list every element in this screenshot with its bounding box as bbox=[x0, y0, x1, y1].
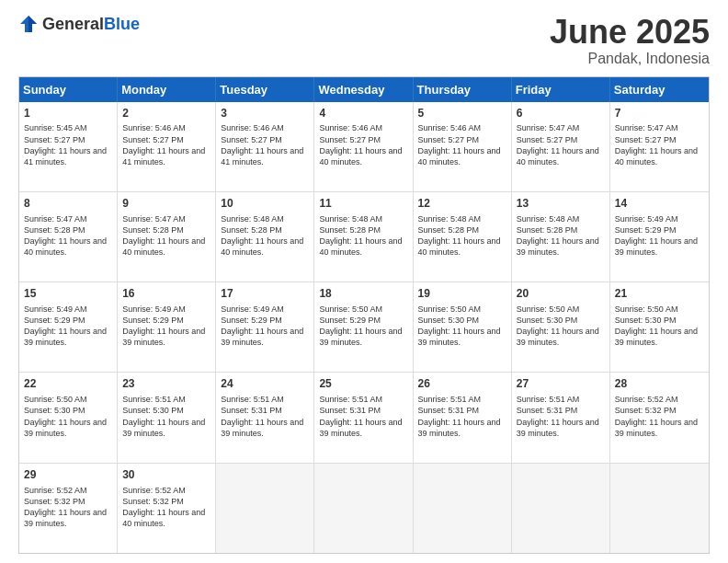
cell-info: Sunrise: 5:47 AM Sunset: 5:27 PM Dayligh… bbox=[517, 122, 605, 167]
calendar-cell: 2Sunrise: 5:46 AM Sunset: 5:27 PM Daylig… bbox=[118, 102, 216, 191]
day-number: 12 bbox=[418, 196, 506, 212]
day-number: 5 bbox=[418, 106, 506, 121]
calendar-cell: 24Sunrise: 5:51 AM Sunset: 5:31 PM Dayli… bbox=[216, 373, 314, 462]
calendar-cell: 28Sunrise: 5:52 AM Sunset: 5:32 PM Dayli… bbox=[610, 373, 709, 462]
calendar-cell: 3Sunrise: 5:46 AM Sunset: 5:27 PM Daylig… bbox=[216, 102, 314, 191]
calendar-body: 1Sunrise: 5:45 AM Sunset: 5:27 PM Daylig… bbox=[19, 102, 709, 553]
cell-info: Sunrise: 5:51 AM Sunset: 5:31 PM Dayligh… bbox=[221, 394, 309, 439]
calendar-cell: 11Sunrise: 5:48 AM Sunset: 5:28 PM Dayli… bbox=[314, 192, 413, 282]
calendar-header: SundayMondayTuesdayWednesdayThursdayFrid… bbox=[19, 77, 709, 102]
cell-info: Sunrise: 5:46 AM Sunset: 5:27 PM Dayligh… bbox=[319, 122, 407, 167]
day-number: 23 bbox=[122, 376, 210, 392]
calendar-cell: 23Sunrise: 5:51 AM Sunset: 5:30 PM Dayli… bbox=[118, 373, 216, 462]
calendar-cell: 27Sunrise: 5:51 AM Sunset: 5:31 PM Dayli… bbox=[512, 373, 610, 462]
header-day-monday: Monday bbox=[118, 77, 216, 102]
cell-info: Sunrise: 5:48 AM Sunset: 5:28 PM Dayligh… bbox=[418, 213, 506, 259]
day-number: 3 bbox=[221, 106, 309, 121]
day-number: 26 bbox=[418, 376, 506, 392]
cell-info: Sunrise: 5:46 AM Sunset: 5:27 PM Dayligh… bbox=[122, 122, 210, 167]
calendar-row-4: 22Sunrise: 5:50 AM Sunset: 5:30 PM Dayli… bbox=[19, 372, 709, 462]
day-number: 28 bbox=[615, 376, 704, 392]
day-number: 14 bbox=[615, 196, 704, 212]
cell-info: Sunrise: 5:49 AM Sunset: 5:29 PM Dayligh… bbox=[221, 304, 309, 349]
day-number: 2 bbox=[122, 106, 210, 121]
calendar-cell: 4Sunrise: 5:46 AM Sunset: 5:27 PM Daylig… bbox=[314, 102, 413, 191]
day-number: 7 bbox=[615, 106, 704, 121]
page: GeneralBlue June 2025 Pandak, Indonesia … bbox=[0, 0, 728, 563]
calendar-cell: 21Sunrise: 5:50 AM Sunset: 5:30 PM Dayli… bbox=[610, 282, 709, 372]
cell-info: Sunrise: 5:52 AM Sunset: 5:32 PM Dayligh… bbox=[122, 485, 210, 530]
title-area: June 2025 Pandak, Indonesia bbox=[550, 14, 710, 67]
day-number: 4 bbox=[319, 106, 407, 121]
header-day-tuesday: Tuesday bbox=[216, 77, 314, 102]
calendar-cell bbox=[314, 464, 413, 553]
calendar-cell: 26Sunrise: 5:51 AM Sunset: 5:31 PM Dayli… bbox=[414, 373, 512, 462]
calendar-cell: 20Sunrise: 5:50 AM Sunset: 5:30 PM Dayli… bbox=[512, 282, 610, 372]
cell-info: Sunrise: 5:51 AM Sunset: 5:31 PM Dayligh… bbox=[418, 394, 506, 439]
calendar-cell: 13Sunrise: 5:48 AM Sunset: 5:28 PM Dayli… bbox=[512, 192, 610, 282]
cell-info: Sunrise: 5:50 AM Sunset: 5:30 PM Dayligh… bbox=[24, 394, 112, 439]
cell-info: Sunrise: 5:50 AM Sunset: 5:30 PM Dayligh… bbox=[615, 304, 704, 349]
cell-info: Sunrise: 5:46 AM Sunset: 5:27 PM Dayligh… bbox=[221, 122, 309, 167]
cell-info: Sunrise: 5:47 AM Sunset: 5:28 PM Dayligh… bbox=[24, 213, 112, 259]
calendar-row-1: 1Sunrise: 5:45 AM Sunset: 5:27 PM Daylig… bbox=[19, 102, 709, 191]
cell-info: Sunrise: 5:51 AM Sunset: 5:31 PM Dayligh… bbox=[319, 394, 407, 439]
calendar-cell: 12Sunrise: 5:48 AM Sunset: 5:28 PM Dayli… bbox=[414, 192, 512, 282]
cell-info: Sunrise: 5:50 AM Sunset: 5:30 PM Dayligh… bbox=[517, 304, 605, 349]
cell-info: Sunrise: 5:49 AM Sunset: 5:29 PM Dayligh… bbox=[24, 304, 112, 349]
calendar-cell: 8Sunrise: 5:47 AM Sunset: 5:28 PM Daylig… bbox=[19, 192, 118, 282]
calendar-cell: 29Sunrise: 5:52 AM Sunset: 5:32 PM Dayli… bbox=[19, 464, 118, 553]
cell-info: Sunrise: 5:48 AM Sunset: 5:28 PM Dayligh… bbox=[517, 213, 605, 259]
calendar-cell: 30Sunrise: 5:52 AM Sunset: 5:32 PM Dayli… bbox=[118, 464, 216, 553]
cell-info: Sunrise: 5:46 AM Sunset: 5:27 PM Dayligh… bbox=[418, 122, 506, 167]
header: GeneralBlue June 2025 Pandak, Indonesia bbox=[18, 14, 710, 67]
header-day-wednesday: Wednesday bbox=[314, 77, 413, 102]
calendar-cell: 15Sunrise: 5:49 AM Sunset: 5:29 PM Dayli… bbox=[19, 282, 118, 372]
day-number: 9 bbox=[122, 196, 210, 212]
calendar-cell: 19Sunrise: 5:50 AM Sunset: 5:30 PM Dayli… bbox=[414, 282, 512, 372]
calendar-cell: 9Sunrise: 5:47 AM Sunset: 5:28 PM Daylig… bbox=[118, 192, 216, 282]
day-number: 18 bbox=[319, 286, 407, 302]
calendar-cell: 22Sunrise: 5:50 AM Sunset: 5:30 PM Dayli… bbox=[19, 373, 118, 462]
cell-info: Sunrise: 5:48 AM Sunset: 5:28 PM Dayligh… bbox=[221, 213, 309, 259]
calendar-cell: 16Sunrise: 5:49 AM Sunset: 5:29 PM Dayli… bbox=[118, 282, 216, 372]
day-number: 22 bbox=[24, 376, 112, 392]
calendar-cell bbox=[512, 464, 610, 553]
cell-info: Sunrise: 5:51 AM Sunset: 5:30 PM Dayligh… bbox=[122, 394, 210, 439]
logo-icon bbox=[18, 14, 39, 34]
cell-info: Sunrise: 5:49 AM Sunset: 5:29 PM Dayligh… bbox=[615, 213, 704, 259]
day-number: 24 bbox=[221, 376, 309, 392]
cell-info: Sunrise: 5:49 AM Sunset: 5:29 PM Dayligh… bbox=[122, 304, 210, 349]
cell-info: Sunrise: 5:51 AM Sunset: 5:31 PM Dayligh… bbox=[517, 394, 605, 439]
cell-info: Sunrise: 5:50 AM Sunset: 5:29 PM Dayligh… bbox=[319, 304, 407, 349]
calendar-row-3: 15Sunrise: 5:49 AM Sunset: 5:29 PM Dayli… bbox=[19, 282, 709, 372]
day-number: 27 bbox=[517, 376, 605, 392]
day-number: 25 bbox=[319, 376, 407, 392]
calendar-cell: 7Sunrise: 5:47 AM Sunset: 5:27 PM Daylig… bbox=[610, 102, 709, 191]
logo-general: General bbox=[42, 15, 104, 33]
day-number: 8 bbox=[24, 196, 112, 212]
cell-info: Sunrise: 5:47 AM Sunset: 5:27 PM Dayligh… bbox=[615, 122, 704, 167]
cell-info: Sunrise: 5:52 AM Sunset: 5:32 PM Dayligh… bbox=[615, 394, 704, 439]
day-number: 19 bbox=[418, 286, 506, 302]
svg-marker-1 bbox=[28, 16, 37, 32]
calendar-row-5: 29Sunrise: 5:52 AM Sunset: 5:32 PM Dayli… bbox=[19, 463, 709, 553]
day-number: 15 bbox=[24, 286, 112, 302]
month-title: June 2025 bbox=[550, 14, 710, 51]
calendar-row-2: 8Sunrise: 5:47 AM Sunset: 5:28 PM Daylig… bbox=[19, 191, 709, 282]
calendar-cell: 14Sunrise: 5:49 AM Sunset: 5:29 PM Dayli… bbox=[610, 192, 709, 282]
logo-blue: Blue bbox=[104, 15, 140, 33]
header-day-thursday: Thursday bbox=[414, 77, 512, 102]
day-number: 29 bbox=[24, 467, 112, 483]
day-number: 11 bbox=[319, 196, 407, 212]
calendar-cell: 17Sunrise: 5:49 AM Sunset: 5:29 PM Dayli… bbox=[216, 282, 314, 372]
calendar: SundayMondayTuesdayWednesdayThursdayFrid… bbox=[18, 76, 710, 554]
cell-info: Sunrise: 5:50 AM Sunset: 5:30 PM Dayligh… bbox=[418, 304, 506, 349]
calendar-cell bbox=[216, 464, 314, 553]
day-number: 16 bbox=[122, 286, 210, 302]
day-number: 13 bbox=[517, 196, 605, 212]
header-day-friday: Friday bbox=[512, 77, 610, 102]
calendar-cell: 10Sunrise: 5:48 AM Sunset: 5:28 PM Dayli… bbox=[216, 192, 314, 282]
logo: GeneralBlue bbox=[18, 14, 140, 34]
day-number: 6 bbox=[517, 106, 605, 121]
